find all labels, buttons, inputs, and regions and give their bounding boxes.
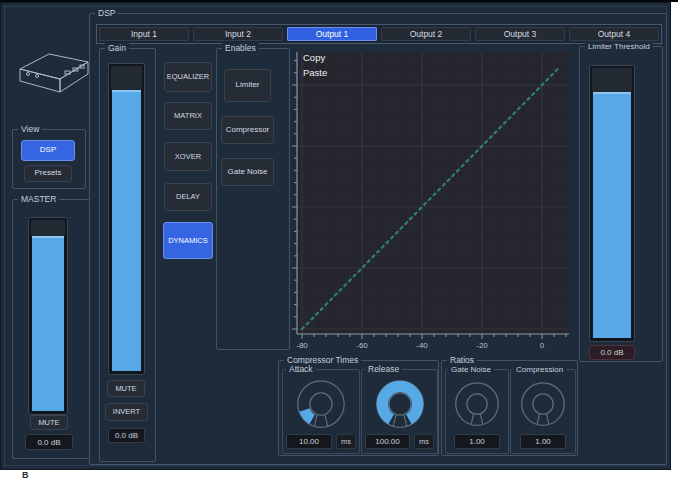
enable-gate-noise-button[interactable]: Gate Noise	[221, 158, 274, 186]
gate-noise-knob-panel: Gate Noise 1.00	[445, 369, 509, 454]
section-matrix-button[interactable]: MATRIX	[164, 102, 212, 130]
channel-tabs: Input 1 Input 2 Output 1 Output 2 Output…	[96, 24, 662, 44]
enables-group: Enables Limiter Compressor Gate Noise	[216, 48, 290, 350]
section-delay-button[interactable]: DELAY	[164, 183, 212, 211]
svg-text:-60: -60	[356, 341, 368, 350]
dsp-group: DSP Input 1 Input 2 Output 1 Output 2 Ou…	[89, 13, 667, 465]
svg-text:-20: -20	[476, 341, 488, 350]
limiter-threshold-group: Limiter Threshold 0.0 dB	[579, 46, 663, 362]
gate-noise-label: Gate Noise	[448, 364, 494, 375]
master-fader-fill[interactable]	[32, 236, 64, 411]
tab-input-2[interactable]: Input 2	[193, 27, 283, 41]
svg-text:-40: -40	[416, 341, 428, 350]
device-icon	[13, 43, 93, 117]
gain-mute-button[interactable]: MUTE	[107, 380, 145, 397]
master-mute-button[interactable]: MUTE	[30, 415, 68, 430]
compression-knob-panel: Compression 1.00	[510, 369, 576, 454]
svg-text:-80: -80	[290, 325, 291, 334]
gain-invert-button[interactable]: INVERT	[105, 403, 148, 421]
section-equalizer-button[interactable]: EQUALIZER	[164, 62, 212, 92]
enables-group-label: Enables	[222, 43, 259, 54]
master-fader[interactable]	[28, 217, 68, 415]
limiter-threshold-track-top	[592, 68, 632, 92]
svg-text:-20: -20	[290, 142, 291, 151]
compressor-times-group: Compressor Times Attack 10.00 ms	[278, 360, 439, 456]
view-group-label: View	[18, 124, 42, 135]
limiter-threshold-label: Limiter Threshold	[585, 41, 653, 52]
svg-text:-40: -40	[290, 203, 291, 212]
attack-knob[interactable]	[283, 377, 359, 435]
enable-limiter-button[interactable]: Limiter	[224, 69, 271, 102]
section-xover-button[interactable]: XOVER	[164, 142, 212, 171]
page: View DSP Presets MASTER MUTE 0.0 dB DSP …	[0, 0, 678, 481]
limiter-threshold-value: 0.0 dB	[589, 345, 635, 360]
master-fader-track-top	[31, 220, 65, 236]
gain-group: Gain MUTE INVERT 0.0 dB	[99, 48, 156, 462]
tab-output-1[interactable]: Output 1	[287, 27, 377, 41]
svg-text:0: 0	[290, 81, 291, 90]
compression-label: Compression	[513, 364, 566, 375]
gain-fader-fill[interactable]	[112, 90, 141, 371]
limiter-threshold-fader[interactable]	[589, 65, 635, 342]
limiter-threshold-fill[interactable]	[593, 92, 631, 338]
context-paste[interactable]: Paste	[303, 67, 327, 78]
tab-output-2[interactable]: Output 2	[381, 27, 471, 41]
enable-compressor-button[interactable]: Compressor	[221, 116, 274, 144]
tab-output-3[interactable]: Output 3	[475, 27, 565, 41]
attack-unit: ms	[336, 434, 356, 449]
compression-value: 1.00	[520, 434, 566, 449]
attack-value: 10.00	[286, 434, 332, 449]
release-unit: ms	[414, 434, 434, 449]
view-presets-button[interactable]: Presets	[24, 165, 72, 182]
master-gain-value: 0.0 dB	[25, 434, 73, 450]
attack-label: Attack	[286, 364, 316, 375]
release-knob[interactable]	[362, 377, 438, 435]
master-group: MASTER MUTE 0.0 dB	[12, 199, 90, 459]
release-value: 100.00	[365, 434, 410, 449]
gain-fader[interactable]	[108, 63, 145, 375]
limiter-transfer-graph[interactable]: -80-60-40-2000-20-40-60-80	[290, 46, 574, 354]
svg-text:-80: -80	[296, 341, 308, 350]
svg-text:-60: -60	[290, 264, 291, 273]
gain-fader-track-top	[111, 66, 142, 90]
master-group-label: MASTER	[18, 194, 59, 205]
view-dsp-button[interactable]: DSP	[21, 140, 75, 161]
release-label: Release	[365, 364, 402, 375]
attack-knob-panel: Attack 10.00 ms	[282, 369, 360, 454]
gain-value: 0.0 dB	[108, 428, 145, 443]
ratios-group: Ratios Gate Noise 1.00 Compression	[441, 360, 578, 456]
gate-noise-value: 1.00	[454, 434, 500, 449]
dsp-app-window: View DSP Presets MASTER MUTE 0.0 dB DSP …	[0, 2, 671, 470]
gain-group-label: Gain	[105, 43, 129, 54]
release-knob-panel: Release 100.00 ms	[361, 369, 438, 454]
gate-noise-knob[interactable]	[447, 377, 507, 435]
section-dynamics-button[interactable]: DYNAMICS	[163, 222, 213, 259]
compression-knob[interactable]	[513, 377, 573, 435]
svg-text:0: 0	[540, 341, 545, 350]
view-group: View DSP Presets	[12, 129, 86, 189]
context-copy[interactable]: Copy	[303, 52, 325, 63]
tab-output-4[interactable]: Output 4	[569, 27, 659, 41]
footer-mark: B	[22, 470, 29, 480]
tab-input-1[interactable]: Input 1	[99, 27, 189, 41]
dsp-group-label: DSP	[95, 8, 118, 19]
